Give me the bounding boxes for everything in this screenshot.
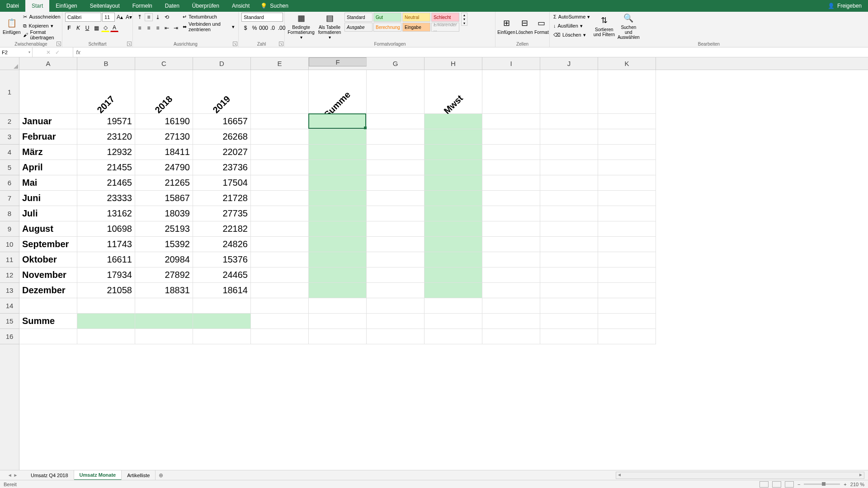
copy-button[interactable]: ⧉Kopieren ▾ [22,22,61,30]
border-button[interactable]: ▦ [92,24,100,32]
italic-button[interactable]: K [74,24,82,32]
formula-bar: F2 ✕ ✓ fx [0,47,868,57]
alignment-dialog-icon[interactable]: ↘ [233,42,237,46]
group-alignment-label: Ausrichtung [133,42,238,47]
group-styles-label: Formatvorlagen [285,42,495,47]
number-dialog-icon[interactable]: ↘ [279,42,283,46]
style-ausgabe[interactable]: Ausgabe [344,23,373,32]
style-erklaerender[interactable]: Erklärender ... [431,23,459,32]
align-left-icon[interactable]: ≡ [136,24,144,32]
font-name-select[interactable]: Calibri [65,13,101,22]
share-button[interactable]: 👤 Freigeben [821,0,868,12]
font-size-select[interactable]: 11 [102,13,115,22]
sort-icon: ⇅ [599,15,609,26]
sigma-icon: Σ [553,14,557,19]
wrap-icon: ↵ [183,14,187,20]
format-as-table-button[interactable]: ▤ Als Tabelle formatieren ▾ [316,13,343,40]
increase-indent-icon[interactable]: ⇥ [172,24,180,32]
merge-center-button[interactable]: ⬌Verbinden und zentrieren ▾ [182,23,236,31]
search-icon: 🔍 [623,13,634,24]
bold-button[interactable]: F [65,24,73,32]
tab-seitenlayout[interactable]: Seitenlayout [84,0,126,12]
align-center-icon[interactable]: ≡ [145,24,153,32]
tab-start[interactable]: Start [25,0,49,12]
style-berechnung[interactable]: Berechnung [373,23,401,32]
style-scroll-up-icon[interactable]: ▴ [462,13,467,17]
insert-cells-icon: ⊞ [501,18,512,29]
sort-filter-button[interactable]: ⇅Sortieren und Filtern [593,13,615,40]
decrease-font-icon[interactable]: A▾ [125,13,133,21]
menu-tabs: Datei Start Einfügen Seitenlayout Formel… [0,0,868,12]
delete-cells-icon: ⊟ [519,18,530,29]
delete-cells-button[interactable]: ⊟Löschen [516,13,533,40]
decrease-indent-icon[interactable]: ⇤ [163,24,171,32]
brush-icon: 🖌 [23,32,28,38]
autosum-button[interactable]: ΣAutoSumme ▾ [552,13,591,21]
style-eingabe[interactable]: Eingabe [402,23,430,32]
tab-datei[interactable]: Datei [0,0,25,12]
style-gut[interactable]: Gut [373,13,401,22]
font-dialog-icon[interactable]: ↘ [127,42,132,46]
orientation-icon[interactable]: ⟲ [163,13,171,21]
fill-button[interactable]: ↓Ausfüllen ▾ [552,22,591,30]
increase-decimal-icon[interactable]: .0 [269,24,277,32]
tab-ueberpruefen[interactable]: Überprüfen [186,0,226,12]
eraser-icon: ⌫ [553,32,561,38]
tell-me-search[interactable]: 💡 Suchen [256,0,293,12]
clipboard-dialog-icon[interactable]: ↘ [57,42,61,46]
enter-formula-icon[interactable]: ✓ [55,49,60,56]
fx-icon[interactable]: fx [73,47,83,57]
style-scroll-down-icon[interactable]: ▾ [462,17,467,21]
tab-daten[interactable]: Daten [159,0,186,12]
bulb-icon: 💡 [260,3,267,9]
clear-button[interactable]: ⌫Löschen ▾ [552,31,591,39]
style-standard[interactable]: Standard [344,13,373,22]
group-clipboard-label: Zwischenablage [0,42,62,47]
format-cells-icon: ▭ [536,18,547,29]
align-top-icon[interactable]: ⤒ [136,13,144,21]
style-neutral[interactable]: Neutral [402,13,430,22]
font-color-button[interactable]: A [110,24,118,32]
formula-input[interactable] [83,47,868,57]
cut-button[interactable]: ✂Ausschneiden [22,13,61,21]
clipboard-icon: 📋 [6,18,17,29]
fill-color-button[interactable]: ◇ [101,24,109,32]
tab-einfuegen[interactable]: Einfügen [49,0,83,12]
tab-ansicht[interactable]: Ansicht [226,0,256,12]
increase-font-icon[interactable]: A▴ [116,13,124,21]
conditional-format-icon: ▦ [296,13,307,24]
align-middle-icon[interactable]: ≡ [145,13,153,21]
merge-icon: ⬌ [183,24,187,30]
scissors-icon: ✂ [23,14,27,20]
search-label: Suchen [270,3,288,9]
align-right-icon[interactable]: ≡ [154,24,162,32]
style-gallery-icon[interactable]: ▾ [462,21,467,25]
group-number-label: Zahl [239,42,284,47]
thousands-icon[interactable]: 000 [259,24,268,32]
fill-down-icon: ↓ [553,23,556,28]
paste-button[interactable]: 📋 Einfügen [3,13,20,40]
style-schlecht[interactable]: Schlecht [431,13,459,22]
copy-icon: ⧉ [23,23,27,29]
tab-formeln[interactable]: Formeln [126,0,159,12]
format-cells-button[interactable]: ▭Format [534,13,549,40]
find-select-button[interactable]: 🔍Suchen und Auswählen [617,13,640,40]
currency-icon[interactable]: $ [241,24,250,32]
group-editing-label: Bearbeiten [550,42,868,47]
number-format-select[interactable]: Standard [241,13,283,22]
insert-cells-button[interactable]: ⊞Einfügen [498,13,514,40]
format-painter-button[interactable]: 🖌Format übertragen [22,31,61,39]
name-box[interactable]: F2 [0,47,33,57]
conditional-format-button[interactable]: ▦ Bedingte Formatierung ▾ [288,13,315,40]
underline-button[interactable]: U [83,24,91,32]
cancel-formula-icon[interactable]: ✕ [46,49,51,56]
table-icon: ▤ [324,13,335,24]
group-cells-label: Zellen [495,42,549,47]
wrap-text-button[interactable]: ↵Textumbruch [182,13,236,21]
align-bottom-icon[interactable]: ⤓ [154,13,162,21]
ribbon: 📋 Einfügen ✂Ausschneiden ⧉Kopieren ▾ 🖌Fo… [0,12,868,47]
percent-icon[interactable]: % [250,24,259,32]
group-font-label: Schriftart [62,42,132,47]
share-label: Freigeben [837,3,862,9]
person-icon: 👤 [828,3,835,9]
